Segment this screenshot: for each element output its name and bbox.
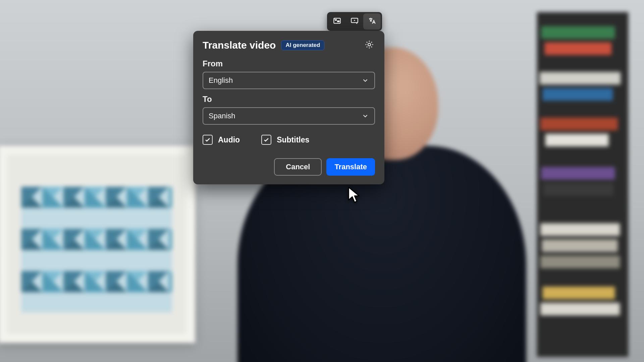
audio-checkbox[interactable]: Audio [203, 135, 240, 145]
ai-generated-badge: AI generated [281, 40, 324, 50]
translate-button-label: Translate [334, 163, 367, 171]
checkbox-box [261, 135, 271, 145]
from-language-select[interactable]: English [203, 72, 375, 89]
svg-point-3 [368, 43, 371, 46]
subtitles-label: Subtitles [277, 135, 309, 144]
gear-icon [364, 40, 374, 51]
cancel-button-label: Cancel [286, 163, 310, 171]
settings-button[interactable] [364, 40, 375, 51]
audio-label: Audio [218, 135, 240, 144]
picture-in-picture-icon [333, 16, 341, 26]
picture-in-picture-button[interactable] [328, 13, 346, 29]
svg-rect-1 [337, 20, 340, 22]
chevron-down-icon [362, 77, 369, 84]
subtitles-checkbox[interactable]: Subtitles [261, 135, 309, 145]
from-language-value: English [209, 76, 233, 85]
checkbox-box [203, 135, 213, 145]
chevron-down-icon [362, 112, 369, 120]
translate-video-dialog: Translate video AI generated From Englis… [193, 31, 384, 184]
cancel-button[interactable]: Cancel [274, 158, 322, 176]
from-label: From [203, 59, 375, 68]
check-icon [204, 136, 211, 143]
check-icon [263, 136, 270, 143]
play-display-icon [350, 16, 359, 26]
dialog-title: Translate video [203, 40, 276, 51]
translate-action-button[interactable]: Translate [326, 158, 375, 176]
translate-button[interactable] [363, 13, 381, 29]
to-language-value: Spanish [209, 112, 235, 120]
to-label: To [203, 95, 375, 104]
translate-icon [368, 16, 376, 26]
video-toolbar [327, 12, 382, 31]
playback-button[interactable] [346, 13, 363, 29]
to-language-select[interactable]: Spanish [203, 107, 375, 125]
